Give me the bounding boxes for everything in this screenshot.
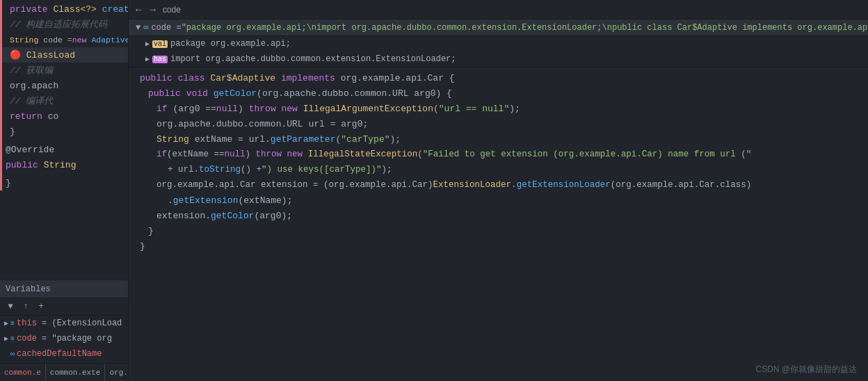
code-line-brace: }: [0, 124, 128, 139]
popup-val-item: ▶ val package org.example.api;: [129, 36, 868, 51]
tab-common-exte[interactable]: common.exte: [46, 364, 106, 381]
popup-code-header: ▼ ∞ code = "package org.example.api;\nim…: [129, 19, 868, 36]
editor-container: private Class<?> createAdaptiveExtension…: [0, 0, 868, 381]
code-line-1: private Class<?> createAdaptiveExtension…: [0, 1, 128, 17]
code-line-comment2: // 获取编: [0, 63, 128, 78]
popup-code-label: code: [163, 5, 181, 15]
left-panel-code: private Class<?> createAdaptiveExtension…: [0, 0, 128, 279]
collapse-button[interactable]: ↑: [19, 300, 32, 313]
tab-org-extens[interactable]: org.extens: [105, 364, 128, 381]
code-display-line-10: extension.getColor(arg0);: [129, 208, 868, 223]
bottom-tabs: common.e common.exte org.extens: [0, 363, 128, 381]
code-display-line-11: }: [129, 223, 868, 238]
code-display-line-9: .getExtension(extName);: [129, 193, 868, 208]
popup-header: ← → code: [129, 0, 868, 19]
code-display-line-2: public void getColor(org.apache.dubbo.co…: [129, 86, 868, 101]
code-display-line-8: org.example.api.Car extension = (org.exa…: [129, 177, 868, 193]
expand-button[interactable]: ▼: [4, 300, 17, 313]
var-item-code: ▶ ≡ code = "package org: [0, 331, 128, 346]
code-line-comment1: // 构建自适应拓展代码: [0, 17, 128, 32]
popup-has-item: ▶ has import org.apache.dubbo.common.ext…: [129, 51, 868, 67]
add-watch-button[interactable]: +: [35, 300, 47, 313]
var-item-this: ▶ ≡ this = (ExtensionLoad: [0, 316, 128, 331]
code-line-5: org.apach: [0, 78, 128, 93]
code-line-closing: }: [0, 175, 128, 190]
code-display-line-6: if(extName == null) throw new IllegalSta…: [129, 147, 868, 162]
inline-popup: ← → code ▼ ∞ code = "package org.example…: [129, 0, 868, 67]
watermark: CSDN @你就像甜甜的益达: [755, 364, 857, 375]
code-display-line-12: }: [129, 238, 868, 254]
code-display: public class Car$Adaptive implements org…: [129, 67, 868, 381]
nav-forward-button[interactable]: →: [148, 4, 156, 15]
code-line-comment3: // 编译代: [0, 93, 128, 108]
code-line-public: public String: [0, 157, 128, 172]
code-display-line-4: org.apache.dubbo.common.URL url = arg0;: [129, 116, 868, 131]
code-line-override: @Override: [0, 142, 128, 157]
code-line-3: String code = new AdaptiveClassCodeGener…: [0, 32, 128, 47]
code-display-line-1: public class Car$Adaptive implements org…: [129, 70, 868, 86]
code-line-active: 🔴 ClassLoad: [0, 47, 128, 63]
variables-panel: Variables ▼ ↑ + ▶ ≡ this = (ExtensionLoa…: [0, 279, 128, 363]
nav-back-button[interactable]: ←: [134, 4, 143, 15]
variables-label: Variables: [6, 284, 51, 294]
variables-header: Variables: [0, 280, 128, 298]
code-display-line-3: if (arg0 == null) throw new IllegalArgum…: [129, 101, 868, 116]
variables-toolbar: ▼ ↑ +: [0, 298, 128, 316]
code-display-line-5: String extName = url.getParameter("carTy…: [129, 131, 868, 147]
code-line-return: return co: [0, 108, 128, 124]
left-panel: private Class<?> createAdaptiveExtension…: [0, 0, 129, 381]
code-display-line-7: + url.toString() + ") use keys([carType]…: [129, 162, 868, 177]
tab-common-e[interactable]: common.e: [0, 364, 46, 381]
var-item-cached: ▶ ∞ cachedDefaultName: [0, 346, 128, 362]
right-panel: ← → code ▼ ∞ code = "package org.example…: [129, 0, 868, 381]
